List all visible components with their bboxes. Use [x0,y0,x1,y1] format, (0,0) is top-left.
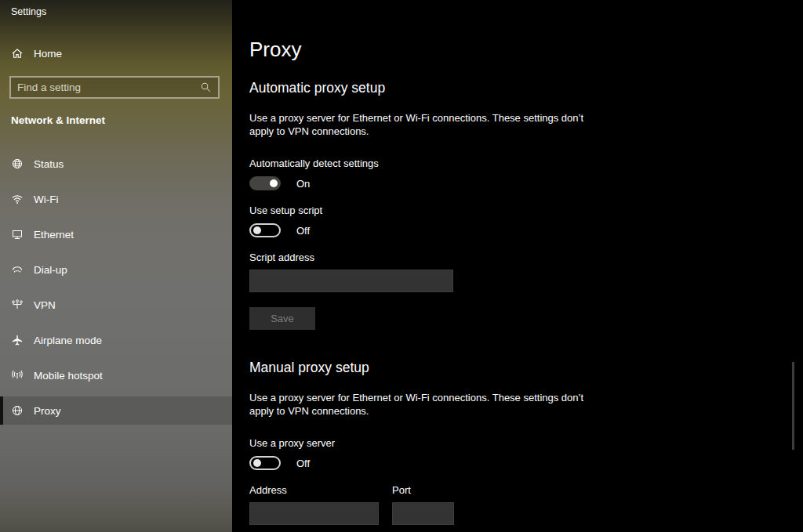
use-proxy-toggle[interactable] [249,456,281,470]
hotspot-icon [11,369,24,382]
sidebar-item-label: Wi-Fi [34,194,58,205]
sidebar: Settings Home Network & Internet [0,0,232,532]
toggle-knob [253,459,261,467]
auto-detect-toggle[interactable] [249,176,281,190]
sidebar-item-airplane-mode[interactable]: Airplane mode [0,326,232,354]
sidebar-item-wifi[interactable]: Wi-Fi [0,185,232,213]
toggle-knob [270,179,278,187]
sidebar-item-label: Ethernet [34,229,74,241]
sidebar-item-label: Proxy [34,405,61,417]
use-proxy-state: Off [296,458,310,469]
search-box[interactable] [9,76,220,99]
sidebar-item-dialup[interactable]: Dial-up [0,255,232,284]
auto-detect-label: Automatically detect settings [249,157,626,170]
sidebar-item-label: Home [34,48,62,60]
home-icon [11,47,24,60]
setup-script-label: Use setup script [249,204,626,217]
app-title: Settings [11,6,46,17]
sidebar-section-header: Network & Internet [11,114,105,126]
sidebar-item-status[interactable]: Status [0,150,232,178]
proxy-globe-icon [11,404,24,417]
setup-script-toggle[interactable] [249,223,281,237]
sidebar-item-label: Status [34,158,64,170]
sidebar-item-label: Dial-up [34,264,67,276]
automatic-proxy-description: Use a proxy server for Ethernet or Wi-Fi… [249,111,606,138]
sidebar-nav: Status Wi-Fi Ethernet [0,150,232,432]
airplane-icon [11,334,24,346]
save-button[interactable]: Save [249,307,315,330]
sidebar-item-mobile-hotspot[interactable]: Mobile hotspot [0,361,232,389]
script-address-label: Script address [249,251,626,264]
status-globe-icon [11,157,24,170]
sidebar-item-proxy[interactable]: Proxy [0,396,232,425]
vpn-icon [11,299,24,311]
page-title: Proxy [249,0,626,63]
port-label: Port [392,483,454,497]
search-icon[interactable] [200,81,212,93]
sidebar-item-label: Airplane mode [34,335,102,346]
manual-proxy-heading: Manual proxy setup [249,358,626,377]
proxy-settings-page: Proxy Automatic proxy setup Use a proxy … [249,0,626,525]
sidebar-item-ethernet[interactable]: Ethernet [0,220,232,248]
wifi-icon [11,193,24,205]
toggle-knob [253,226,261,234]
settings-window: Settings Home Network & Internet [0,0,803,532]
automatic-proxy-heading: Automatic proxy setup [249,78,626,97]
auto-detect-state: On [296,178,310,190]
address-input[interactable] [249,502,379,525]
sidebar-item-home[interactable]: Home [0,39,232,67]
sidebar-item-vpn[interactable]: VPN [0,291,232,319]
dialup-phone-icon [11,263,24,276]
search-input[interactable] [17,81,200,93]
port-input[interactable] [392,502,454,525]
ethernet-icon [11,228,24,241]
setup-script-state: Off [296,225,310,237]
scrollbar[interactable] [792,362,794,450]
use-proxy-label: Use a proxy server [249,436,626,450]
sidebar-item-label: Mobile hotspot [34,370,103,382]
sidebar-item-label: VPN [34,299,56,311]
address-label: Address [249,483,379,497]
script-address-input[interactable] [249,270,453,292]
manual-proxy-description: Use a proxy server for Ethernet or Wi-Fi… [249,391,606,418]
